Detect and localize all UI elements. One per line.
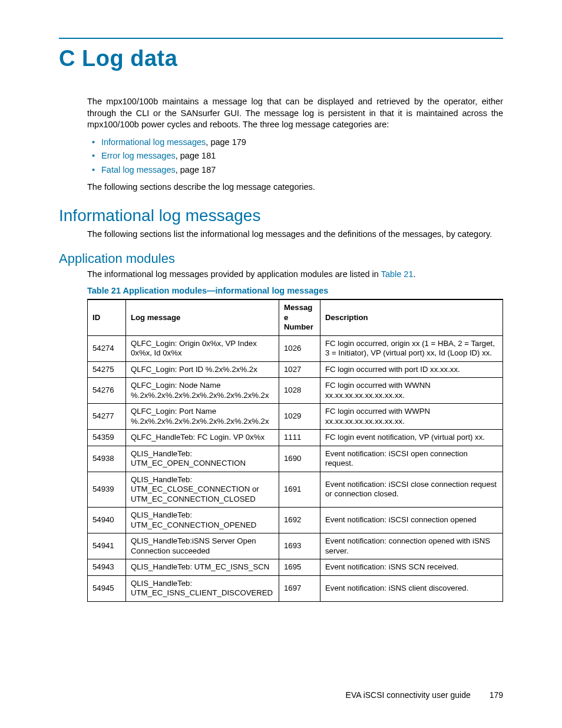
- post-bullets-paragraph: The following sections describe the log …: [87, 182, 503, 193]
- table-row: 54274QLFC_Login: Origin 0x%x, VP Index 0…: [88, 335, 503, 361]
- cell-id: 54940: [88, 508, 126, 533]
- category-bullet-list: Informational log messages, page 179 Err…: [87, 137, 503, 176]
- section-informational: Informational log messages: [59, 206, 503, 225]
- cell-num: 1028: [279, 378, 320, 404]
- cell-log: QLIS_HandleTeb:iSNS Server Open Connecti…: [126, 533, 279, 559]
- bullet-rest: , page 181: [176, 151, 216, 160]
- link-informational[interactable]: Informational log messages: [101, 137, 206, 147]
- cell-log: QLIS_HandleTeb: UTM_EC_CLOSE_CONNECTION …: [126, 472, 279, 508]
- table-row: 54939QLIS_HandleTeb: UTM_EC_CLOSE_CONNEC…: [88, 472, 503, 508]
- cell-log: QLIS_HandleTeb: UTM_EC_CONNECTION_OPENED: [126, 508, 279, 533]
- cell-id: 54276: [88, 378, 126, 404]
- cell-desc: FC login occurred with WWPN xx.xx.xx.xx.…: [320, 404, 503, 430]
- cell-id: 54277: [88, 404, 126, 430]
- cell-log: QLIS_HandleTeb: UTM_EC_ISNS_CLIENT_DISCO…: [126, 575, 279, 601]
- bullet-item: Fatal log messages, page 187: [87, 164, 503, 176]
- cell-desc: FC login occurred, origin xx (1 = HBA, 2…: [320, 335, 503, 361]
- cell-desc: Event notification: connection opened wi…: [320, 533, 503, 559]
- cell-log: QLFC_Login: Node Name %.2x%.2x%.2x%.2x%.…: [126, 378, 279, 404]
- table-row: 54943QLIS_HandleTeb: UTM_EC_ISNS_SCN1695…: [88, 559, 503, 576]
- cell-log: QLFC_Login: Port ID %.2x%.2x%.2x: [126, 361, 279, 378]
- app-paragraph: The informational log messages provided …: [87, 269, 503, 281]
- bullet-rest: , page 187: [176, 165, 216, 174]
- cell-log: QLFC_Login: Port Name %.2x%.2x%.2x%.2x%.…: [126, 404, 279, 430]
- app-para-post: .: [413, 269, 415, 279]
- cell-desc: Event notification: iSCSI close connecti…: [320, 472, 503, 508]
- bullet-item: Error log messages, page 181: [87, 150, 503, 162]
- cell-id: 54941: [88, 533, 126, 559]
- table-header-row: ID Log message Message Number Descriptio…: [88, 299, 503, 335]
- app-para-pre: The informational log messages provided …: [87, 269, 381, 279]
- table-row: 54938QLIS_HandleTeb: UTM_EC_OPEN_CONNECT…: [88, 446, 503, 472]
- cell-num: 1111: [279, 430, 320, 446]
- cell-id: 54943: [88, 559, 126, 576]
- cell-id: 54945: [88, 575, 126, 601]
- cell-desc: FC login occurred with WWNN xx.xx.xx.xx.…: [320, 378, 503, 404]
- info-paragraph: The following sections list the informat…: [87, 229, 503, 241]
- table-caption: Table 21 Application modules—information…: [87, 286, 503, 295]
- table-row: 54277QLFC_Login: Port Name %.2x%.2x%.2x%…: [88, 404, 503, 430]
- table-row: 54276QLFC_Login: Node Name %.2x%.2x%.2x%…: [88, 378, 503, 404]
- cell-desc: Event notification: iSNS client discover…: [320, 575, 503, 601]
- table-app-modules: ID Log message Message Number Descriptio…: [87, 299, 503, 602]
- cell-log: QLFC_HandleTeb: FC Login. VP 0x%x: [126, 430, 279, 446]
- cell-desc: FC login event notification, VP (virtual…: [320, 430, 503, 446]
- link-table-21[interactable]: Table 21: [381, 269, 414, 279]
- cell-num: 1029: [279, 404, 320, 430]
- bullet-rest: , page 179: [206, 137, 246, 147]
- cell-id: 54938: [88, 446, 126, 472]
- cell-log: QLIS_HandleTeb: UTM_EC_ISNS_SCN: [126, 559, 279, 576]
- th-num: Message Number: [279, 299, 320, 335]
- table-row: 54275QLFC_Login: Port ID %.2x%.2x%.2x102…: [88, 361, 503, 378]
- cell-id: 54275: [88, 361, 126, 378]
- cell-desc: Event notification: iSNS SCN received.: [320, 559, 503, 576]
- cell-num: 1690: [279, 446, 320, 472]
- cell-num: 1693: [279, 533, 320, 559]
- cell-num: 1026: [279, 335, 320, 361]
- cell-desc: Event notification: iSCSI connection ope…: [320, 508, 503, 533]
- cell-num: 1027: [279, 361, 320, 378]
- table-row: 54359QLFC_HandleTeb: FC Login. VP 0x%x11…: [88, 430, 503, 446]
- cell-log: QLFC_Login: Origin 0x%x, VP Index 0x%x, …: [126, 335, 279, 361]
- page-footer: EVA iSCSI connectivity user guide 179: [346, 690, 503, 700]
- th-desc: Description: [320, 299, 503, 335]
- bullet-item: Informational log messages, page 179: [87, 137, 503, 149]
- footer-page-number: 179: [490, 690, 503, 700]
- link-fatal[interactable]: Fatal log messages: [101, 165, 176, 174]
- table-row: 54945QLIS_HandleTeb: UTM_EC_ISNS_CLIENT_…: [88, 575, 503, 601]
- footer-title: EVA iSCSI connectivity user guide: [346, 690, 471, 700]
- th-id: ID: [88, 299, 126, 335]
- cell-num: 1692: [279, 508, 320, 533]
- page-heading: C Log data: [59, 46, 503, 71]
- table-row: 54941QLIS_HandleTeb:iSNS Server Open Con…: [88, 533, 503, 559]
- cell-id: 54274: [88, 335, 126, 361]
- intro-paragraph: The mpx100/100b maintains a message log …: [87, 96, 503, 131]
- cell-num: 1697: [279, 575, 320, 601]
- cell-num: 1695: [279, 559, 320, 576]
- cell-desc: FC login occurred with port ID xx.xx.xx.: [320, 361, 503, 378]
- cell-desc: Event notification: iSCSI open connectio…: [320, 446, 503, 472]
- cell-id: 54939: [88, 472, 126, 508]
- cell-id: 54359: [88, 430, 126, 446]
- th-log: Log message: [126, 299, 279, 335]
- cell-log: QLIS_HandleTeb: UTM_EC_OPEN_CONNECTION: [126, 446, 279, 472]
- link-error[interactable]: Error log messages: [101, 151, 176, 160]
- subsection-app-modules: Application modules: [59, 251, 503, 266]
- top-rule: [59, 38, 503, 39]
- table-row: 54940QLIS_HandleTeb: UTM_EC_CONNECTION_O…: [88, 508, 503, 533]
- cell-num: 1691: [279, 472, 320, 508]
